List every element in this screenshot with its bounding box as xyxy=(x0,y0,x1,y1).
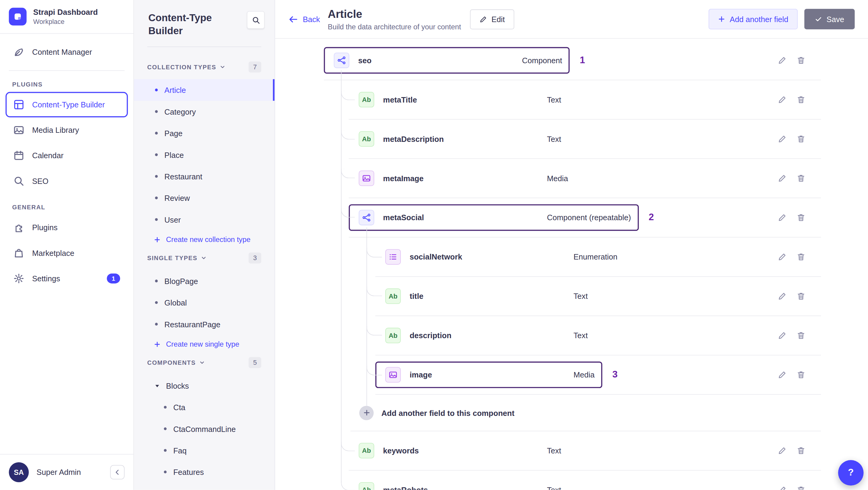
add-field-to-component-button[interactable] xyxy=(359,406,374,420)
field-name: keywords xyxy=(383,446,547,455)
field-name: title xyxy=(409,292,574,301)
delete-field-button[interactable] xyxy=(797,370,805,379)
field-row-description[interactable]: AbdescriptionText xyxy=(375,316,821,356)
component-item-ctacommandline[interactable]: CtaCommandLine xyxy=(147,418,261,439)
field-row-socialnetwork[interactable]: socialNetworkEnumeration xyxy=(375,238,821,277)
delete-field-button[interactable] xyxy=(797,292,805,301)
edit-field-button[interactable] xyxy=(778,174,787,183)
create-new-single-type-link[interactable]: Create new single type xyxy=(147,340,261,348)
delete-field-button[interactable] xyxy=(797,446,805,455)
sidebar-item-content-type-builder[interactable]: Content-Type Builder xyxy=(5,92,128,117)
sidebar-item-calendar[interactable]: Calendar xyxy=(5,143,128,168)
field-type: Text xyxy=(547,446,561,455)
delete-field-button[interactable] xyxy=(797,134,805,143)
field-row-metaimage[interactable]: metaImageMedia xyxy=(349,159,821,198)
bullet-icon xyxy=(164,427,167,430)
sidebar-item-marketplace[interactable]: Marketplace xyxy=(5,240,128,266)
page-title: Article xyxy=(328,7,461,21)
sidebar-item-plugins[interactable]: Plugins xyxy=(5,215,128,240)
page-header: Back Article Build the data architecture… xyxy=(275,0,868,39)
add-another-field-button[interactable]: Add another field xyxy=(709,9,798,29)
section-header-collection-types: COLLECTION TYPES7 xyxy=(147,61,261,72)
edit-field-button[interactable] xyxy=(778,292,787,301)
delete-field-button[interactable] xyxy=(797,486,805,490)
type-item-page[interactable]: Page xyxy=(147,123,261,144)
search-button[interactable] xyxy=(247,11,265,29)
field-row-metasocial[interactable]: metaSocialComponent (repeatable)2 xyxy=(349,198,821,238)
type-item-user[interactable]: User xyxy=(147,209,261,230)
create-new-collection-type-link[interactable]: Create new collection type xyxy=(147,235,261,244)
edit-field-button[interactable] xyxy=(778,446,787,455)
type-item-review[interactable]: Review xyxy=(147,187,261,209)
sidebar-item-label: Content-Type Builder xyxy=(32,100,105,109)
edit-field-button[interactable] xyxy=(778,95,787,104)
field-type: Component (repeatable) xyxy=(547,213,631,222)
panel-header: Content-Type Builder xyxy=(134,0,275,47)
pencil-icon xyxy=(479,15,487,23)
type-item-global[interactable]: Global xyxy=(147,292,261,313)
trash-icon xyxy=(797,331,805,340)
delete-field-button[interactable] xyxy=(797,252,805,261)
row-actions xyxy=(778,56,806,65)
component-item-cta[interactable]: Cta xyxy=(147,397,261,418)
sidebar-item-media-library[interactable]: Media Library xyxy=(5,117,128,143)
section-toggle[interactable]: COMPONENTS xyxy=(147,359,196,366)
sidebar-item-seo[interactable]: SEO xyxy=(5,168,128,193)
back-button[interactable]: Back xyxy=(288,14,320,24)
field-row-metatitle[interactable]: AbmetaTitleText xyxy=(349,80,821,120)
add-field-to-component-row[interactable]: Add another field to this component xyxy=(350,395,821,431)
field-row-metadescription[interactable]: AbmetaDescriptionText xyxy=(349,120,821,159)
section-toggle[interactable]: COLLECTION TYPES xyxy=(147,63,216,70)
type-item-label: BlogPage xyxy=(164,276,198,285)
type-item-category[interactable]: Category xyxy=(147,101,261,122)
create-link-label: Create new collection type xyxy=(166,235,250,244)
edit-field-button[interactable] xyxy=(778,486,787,490)
pencil-icon xyxy=(778,213,787,222)
tree-connector xyxy=(366,227,367,406)
field-row-main: AbmetaRobotsText xyxy=(349,477,569,490)
edit-field-button[interactable] xyxy=(778,213,787,222)
section-toggle[interactable]: SINGLE TYPES xyxy=(147,255,197,261)
edit-field-button[interactable] xyxy=(778,370,787,379)
strapi-logo-icon[interactable] xyxy=(9,8,27,26)
component-item-faq[interactable]: Faq xyxy=(147,439,261,461)
collapse-sidebar-button[interactable] xyxy=(110,465,125,480)
help-button[interactable]: ? xyxy=(838,460,864,486)
field-name: seo xyxy=(358,56,522,65)
delete-field-button[interactable] xyxy=(797,174,805,183)
save-button[interactable]: Save xyxy=(805,9,855,29)
edit-field-button[interactable] xyxy=(778,56,787,65)
field-row-metarobots[interactable]: AbmetaRobotsText xyxy=(349,471,821,490)
field-type: Component xyxy=(522,56,562,65)
component-category-label: Blocks xyxy=(166,381,189,390)
sidebar-item-content-manager[interactable]: Content Manager xyxy=(5,39,128,65)
edit-field-button[interactable] xyxy=(778,331,787,340)
sidebar-item-settings[interactable]: Settings1 xyxy=(5,266,128,291)
component-category-blocks[interactable]: Blocks xyxy=(147,375,261,396)
field-row-image[interactable]: imageMedia3 xyxy=(375,356,821,395)
type-item-place[interactable]: Place xyxy=(147,144,261,165)
component-item-features[interactable]: Features xyxy=(147,461,261,483)
delete-field-button[interactable] xyxy=(797,56,805,65)
text-field-icon: Ab xyxy=(385,288,401,304)
pencil-icon xyxy=(778,252,787,261)
edit-field-button[interactable] xyxy=(778,252,787,261)
marketplace-icon xyxy=(13,247,25,258)
avatar[interactable]: SA xyxy=(9,462,29,482)
pencil-icon xyxy=(778,486,787,490)
delete-field-button[interactable] xyxy=(797,213,805,222)
pencil-icon xyxy=(778,134,787,143)
delete-field-button[interactable] xyxy=(797,331,805,340)
type-item-restaurant[interactable]: Restaurant xyxy=(147,165,261,187)
field-row-keywords[interactable]: AbkeywordsText xyxy=(349,431,821,471)
type-item-restaurantpage[interactable]: RestaurantPage xyxy=(147,313,261,335)
field-row-title[interactable]: AbtitleText xyxy=(375,277,821,316)
type-item-blogpage[interactable]: BlogPage xyxy=(147,270,261,292)
delete-field-button[interactable] xyxy=(797,95,805,104)
type-item-article[interactable]: Article xyxy=(134,79,275,101)
edit-button[interactable]: Edit xyxy=(470,9,515,29)
edit-field-button[interactable] xyxy=(778,134,787,143)
type-item-label: Place xyxy=(164,150,184,159)
field-row-seo[interactable]: seoComponent1 xyxy=(324,41,821,80)
row-actions xyxy=(778,95,806,104)
